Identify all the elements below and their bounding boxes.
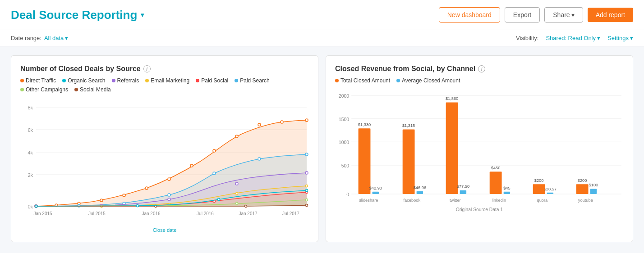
bar-twitter-avg (460, 190, 466, 194)
export-button[interactable]: Export (505, 7, 540, 23)
left-chart-card: Number of Closed Deals by Source i Direc… (11, 55, 318, 242)
legend-total-closed: Total Closed Amount (335, 77, 390, 84)
svg-text:$46.96: $46.96 (414, 185, 426, 190)
legend-organic-search: Organic Search (62, 77, 105, 84)
svg-point-14 (123, 194, 125, 197)
settings-link[interactable]: Settings ▾ (607, 35, 633, 41)
left-chart-area: 8k 6k 4k 2k 0k (20, 98, 309, 233)
right-chart-info-icon[interactable]: i (478, 65, 485, 72)
svg-point-55 (306, 190, 308, 192)
legend-paid-search: Paid Search (235, 77, 269, 84)
svg-text:1000: 1000 (339, 140, 349, 145)
share-dropdown-icon: ▾ (571, 11, 575, 18)
svg-text:$1,860: $1,860 (446, 96, 458, 101)
svg-text:youtube: youtube (578, 198, 593, 203)
svg-point-16 (168, 178, 170, 181)
svg-text:Jul 2015: Jul 2015 (88, 211, 106, 216)
svg-text:Original Source Data 1: Original Source Data 1 (456, 207, 503, 212)
svg-point-32 (168, 198, 170, 201)
date-range-label: Date range: (11, 35, 41, 41)
legend-other-campaigns: Other Campaigns (20, 86, 68, 93)
legend-dot-paid-search (235, 79, 238, 82)
svg-text:slideshare: slideshare (359, 198, 378, 203)
svg-point-17 (190, 164, 193, 167)
svg-text:Jan 2017: Jan 2017 (239, 211, 258, 216)
svg-point-53 (137, 205, 139, 207)
svg-text:$1,315: $1,315 (402, 123, 415, 128)
svg-text:Jul 2017: Jul 2017 (282, 211, 299, 216)
settings-arrow: ▾ (630, 35, 633, 41)
bar-facebook-avg (417, 191, 423, 194)
visibility-arrow: ▾ (597, 35, 600, 41)
bar-slideshare-total (359, 128, 371, 194)
toolbar-right: Visibility: Shared: Read Only ▾ Settings… (516, 35, 633, 41)
legend-dot-social-media (74, 88, 78, 91)
visibility-label: Visibility: (516, 35, 538, 41)
svg-text:$1,330: $1,330 (358, 122, 371, 127)
share-label: Share (553, 11, 570, 18)
svg-text:$450: $450 (491, 166, 501, 170)
legend-dot-email-marketing (145, 79, 149, 82)
svg-text:500: 500 (341, 163, 349, 168)
svg-text:4k: 4k (28, 150, 33, 155)
svg-point-46 (236, 203, 238, 205)
svg-text:2k: 2k (28, 172, 33, 178)
svg-point-33 (235, 182, 238, 185)
visibility-value[interactable]: Shared: Read Only ▾ (546, 35, 600, 41)
right-chart-title: Closed Revenue from Social, by Channel i (335, 65, 624, 73)
right-chart-card: Closed Revenue from Social, by Channel i… (326, 55, 633, 242)
svg-point-26 (168, 194, 170, 196)
svg-text:0: 0 (346, 192, 349, 197)
title-dropdown-arrow[interactable]: ▾ (141, 11, 144, 18)
svg-point-21 (281, 121, 283, 123)
svg-point-22 (305, 119, 308, 122)
svg-text:2000: 2000 (339, 94, 349, 99)
date-range-arrow: ▾ (65, 35, 68, 41)
legend-referrals: Referrals (112, 77, 139, 84)
left-chart-svg: 8k 6k 4k 2k 0k (20, 98, 309, 224)
new-dashboard-button[interactable]: New dashboard (439, 7, 500, 23)
legend-dot-paid-social (196, 79, 199, 82)
legend-paid-social: Paid Social (196, 77, 228, 84)
bar-linkedin-avg (504, 192, 510, 194)
svg-text:$45: $45 (503, 186, 511, 190)
svg-text:8k: 8k (28, 105, 33, 110)
legend-dot-organic-search (62, 79, 66, 82)
legend-email-marketing: Email Marketing (145, 77, 189, 84)
svg-text:$100: $100 (589, 183, 598, 187)
toolbar: Date range: All data ▾ Visibility: Share… (0, 30, 644, 46)
left-chart-legend: Direct Traffic Organic Search Referrals … (20, 77, 309, 93)
svg-point-27 (213, 172, 216, 175)
svg-text:$28.57: $28.57 (544, 187, 557, 191)
svg-point-28 (258, 158, 261, 160)
svg-text:quora: quora (537, 198, 548, 203)
svg-point-38 (236, 193, 238, 195)
svg-text:Jan 2016: Jan 2016 (142, 211, 161, 216)
main-content: Number of Closed Deals by Source i Direc… (0, 46, 644, 251)
bar-quora-avg (547, 193, 553, 194)
svg-point-54 (218, 199, 220, 201)
svg-text:6k: 6k (28, 127, 33, 133)
bar-slideshare-avg (373, 192, 379, 194)
legend-dot-direct-traffic (20, 79, 24, 82)
svg-point-51 (306, 204, 308, 207)
svg-point-52 (35, 205, 37, 208)
right-chart-svg: 2000 1500 1000 500 0 $1,330 $42.90 slide… (335, 89, 624, 215)
share-button[interactable]: Share ▾ (544, 7, 583, 23)
svg-text:0k: 0k (28, 204, 33, 209)
svg-text:$42.90: $42.90 (369, 186, 382, 190)
add-report-button[interactable]: Add report (588, 8, 633, 22)
left-chart-title: Number of Closed Deals by Source i (20, 65, 309, 73)
left-chart-info-icon[interactable]: i (143, 65, 151, 72)
legend-social-media: Social Media (74, 86, 111, 93)
svg-point-20 (258, 123, 261, 126)
bar-twitter-total (446, 103, 458, 194)
svg-point-50 (245, 205, 247, 208)
legend-dot-referrals (112, 79, 115, 82)
svg-text:linkedin: linkedin (492, 198, 506, 203)
header-actions: New dashboard Export Share ▾ Add report (439, 7, 633, 23)
svg-point-19 (235, 135, 238, 138)
svg-point-29 (305, 153, 308, 156)
date-range-value[interactable]: All data ▾ (44, 35, 68, 41)
svg-point-39 (306, 185, 308, 187)
